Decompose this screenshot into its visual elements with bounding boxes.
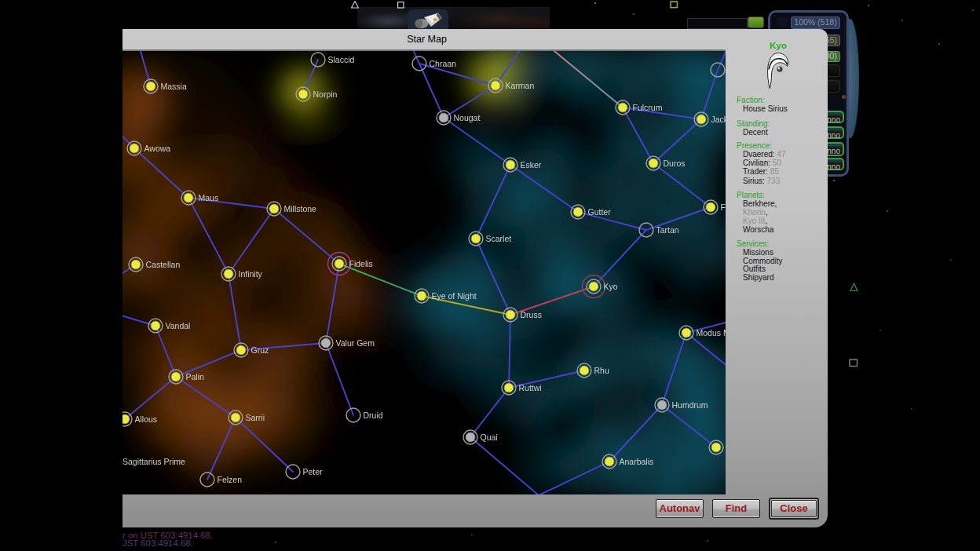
- svg-text:Felzen: Felzen: [218, 475, 243, 484]
- svg-text:Druid: Druid: [364, 411, 383, 420]
- svg-text:Anarbalis: Anarbalis: [620, 457, 654, 466]
- svg-text:Karman: Karman: [506, 81, 535, 90]
- svg-text:Tartan: Tartan: [656, 225, 679, 235]
- svg-text:Maus: Maus: [199, 193, 219, 203]
- svg-text:Massia: Massia: [161, 82, 187, 91]
- svg-text:Jack: Jack: [711, 115, 726, 124]
- svg-text:Humdrum: Humdrum: [672, 400, 708, 410]
- svg-text:Gruz: Gruz: [251, 345, 269, 355]
- svg-text:Awowa: Awowa: [144, 144, 171, 153]
- svg-text:Peter: Peter: [303, 467, 324, 476]
- svg-text:Esker: Esker: [521, 160, 542, 170]
- svg-text:Nougat: Nougat: [454, 113, 481, 122]
- svg-text:Infinity: Infinity: [239, 269, 263, 279]
- svg-text:Fidelis: Fidelis: [349, 259, 373, 268]
- svg-text:Sarrii: Sarrii: [246, 413, 265, 422]
- svg-text:Chraan: Chraan: [430, 59, 457, 68]
- svg-text:Castellan: Castellan: [146, 260, 181, 269]
- svg-text:Druss: Druss: [521, 310, 542, 319]
- svg-text:Gutter: Gutter: [588, 207, 612, 217]
- svg-text:Scarlet: Scarlet: [486, 234, 512, 243]
- svg-text:Allous: Allous: [135, 414, 158, 424]
- svg-text:Rhu: Rhu: [594, 366, 609, 375]
- svg-text:Fulcrum: Fulcrum: [633, 103, 663, 112]
- svg-text:Faith: Faith: [721, 203, 726, 212]
- svg-text:Millstone: Millstone: [284, 204, 317, 213]
- svg-text:Ruttwi: Ruttwi: [519, 383, 542, 392]
- svg-text:Quai: Quai: [481, 432, 498, 442]
- svg-text:Slaccid: Slaccid: [328, 55, 355, 64]
- svg-text:Duros: Duros: [664, 159, 686, 168]
- svg-text:Sagittarius Prime: Sagittarius Prime: [122, 457, 185, 466]
- svg-text:Kyo: Kyo: [604, 282, 618, 291]
- svg-text:Eye of Night: Eye of Night: [432, 291, 477, 301]
- svg-text:Valur Gem: Valur Gem: [336, 338, 375, 348]
- svg-text:Modus Manis: Modus Manis: [697, 328, 726, 338]
- svg-text:Palin: Palin: [186, 372, 205, 381]
- svg-text:Norpin: Norpin: [313, 89, 338, 99]
- svg-text:Vandal: Vandal: [166, 321, 191, 330]
